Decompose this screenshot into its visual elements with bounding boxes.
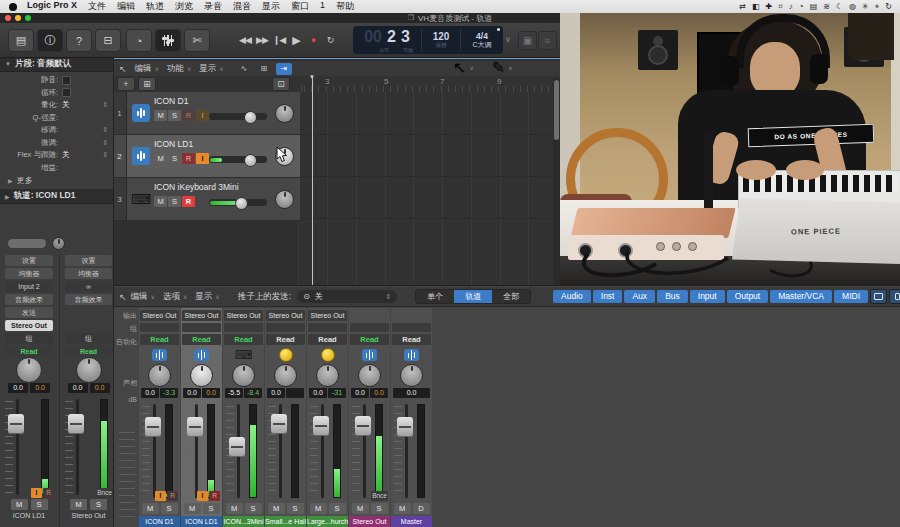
mixer-view-segment[interactable]: 轨道 [454, 290, 492, 303]
output-slot[interactable]: Stereo Out [308, 310, 347, 321]
mixer-channel-strip[interactable]: Stereo Out Read 0.0-3.3 IR MS ICON D1 [139, 308, 180, 527]
status-menu-icon[interactable]: ◔ [799, 2, 804, 12]
menu-item[interactable]: 文件 [88, 0, 106, 13]
region-inspector-header[interactable]: ▼ 片段: 音频默认 [0, 57, 113, 72]
lcd-display[interactable]: 00 2 3 小节 节拍 120 保持 4/4 C大调 [353, 26, 503, 54]
pan-knob[interactable] [274, 364, 297, 387]
play-button[interactable]: ▶ [289, 31, 303, 49]
fader-thumb[interactable] [145, 417, 161, 437]
channel-fader[interactable] [224, 401, 263, 501]
catch-playhead-icon[interactable]: ⇥ [276, 63, 292, 75]
status-menu-icon[interactable]: ▤ [810, 2, 818, 12]
volume-slider-thumb[interactable] [244, 154, 257, 167]
channel-fader[interactable]: I R [3, 396, 55, 498]
forward-button[interactable]: ▶▶ [255, 31, 269, 49]
automation-mode-button[interactable]: Read [392, 334, 431, 345]
track-inspector-header[interactable]: ▶ 轨道: ICON LD1 [0, 189, 113, 204]
status-menu-icon[interactable]: ≋ [823, 2, 830, 12]
peak-db-value[interactable]: 0.0 [370, 388, 388, 398]
status-menu-icon[interactable]: ⇄ [739, 2, 746, 12]
solo-button[interactable]: S [90, 499, 107, 510]
menu-dropdown[interactable]: 编辑∨ [131, 291, 155, 303]
peak-db-value[interactable]: 0.0 [90, 383, 110, 393]
menu-item[interactable]: 显示 [262, 0, 280, 13]
automation-mode-button[interactable]: Read [266, 334, 305, 345]
gain-slider[interactable] [8, 239, 46, 248]
menu-item[interactable]: 1 [320, 0, 325, 13]
mute-button[interactable]: M [154, 110, 167, 121]
output-slot[interactable] [392, 310, 431, 321]
automation-mode-button[interactable]: Read [182, 334, 221, 345]
mute-button[interactable]: M [268, 503, 285, 514]
peak-db-value[interactable] [286, 388, 304, 398]
mixer-channel-strip[interactable]: Read 0.0 MD Master [391, 308, 432, 527]
track-header[interactable]: 2 ICON LD1 MSRI [113, 135, 300, 178]
narrow-view-button[interactable] [889, 289, 900, 304]
pan-knob[interactable] [400, 364, 423, 387]
solo-button[interactable]: S [245, 503, 262, 514]
status-menu-icon[interactable]: ◍ [849, 2, 856, 12]
mixer-view-segment[interactable]: 单个 [416, 290, 454, 303]
solo-button[interactable]: S [329, 503, 346, 514]
stereo-format-button[interactable]: ∞ [65, 281, 112, 292]
inspector-param-row[interactable]: 静音: [0, 74, 113, 87]
volume-db-value[interactable]: -5.5 [225, 388, 243, 398]
menu-item[interactable]: 混音 [233, 0, 251, 13]
group-slot[interactable] [392, 323, 431, 332]
fader-thumb[interactable] [229, 437, 245, 457]
input-monitor-button[interactable]: I [197, 491, 208, 501]
fader-thumb[interactable] [8, 414, 24, 434]
mute-button[interactable]: M [184, 503, 201, 514]
input-monitor-button[interactable]: I [155, 491, 166, 501]
group-slot[interactable] [266, 323, 305, 332]
record-enable-button[interactable]: R [209, 491, 220, 501]
solo-button[interactable]: S [168, 196, 181, 207]
library-button[interactable]: ▤ [8, 29, 34, 52]
input-slot[interactable]: Input 2 [5, 281, 53, 292]
status-menu-icon[interactable]: ♪ [789, 2, 793, 12]
disclosure-triangle-icon[interactable]: ▶ [5, 193, 10, 200]
group-slot[interactable] [350, 323, 389, 332]
status-menu-icon[interactable]: ⌖ [875, 2, 880, 12]
group-slot[interactable] [182, 323, 221, 332]
eq-slot[interactable]: 均衡器 [65, 268, 112, 279]
inspector-param-row[interactable]: 循环: [0, 87, 113, 100]
pan-knob[interactable] [76, 357, 102, 383]
stepper-icon[interactable]: ⇕ [102, 126, 108, 134]
channel-fader[interactable]: IR [182, 401, 221, 501]
menu-dropdown[interactable]: 选项∨ [163, 291, 187, 303]
pan-knob[interactable] [148, 364, 171, 387]
status-menu-icon[interactable]: ☾ [836, 2, 843, 12]
solo-button[interactable]: S [31, 499, 48, 510]
channel-fader[interactable]: IR [140, 401, 179, 501]
inspector-button[interactable]: ⓘ [37, 29, 63, 52]
output-slot[interactable]: Stereo Out [140, 310, 179, 321]
channel-name-label[interactable]: Small...e Hall [265, 516, 306, 527]
mute-button[interactable]: M [310, 503, 327, 514]
menu-item[interactable]: 录音 [204, 0, 222, 13]
menu-dropdown[interactable]: 编辑∨ [135, 63, 159, 75]
volume-db-value[interactable]: 0.0 [141, 388, 159, 398]
input-monitor-button[interactable]: I [196, 153, 209, 164]
scrollbar-thumb[interactable] [554, 80, 559, 140]
sends-on-fader-dropdown[interactable]: ⊙ 关 ⇕ [297, 290, 397, 303]
wide-view-button[interactable] [870, 289, 887, 304]
volume-db-value[interactable]: 0.0 [393, 388, 430, 398]
output-slot[interactable]: Stereo Out [224, 310, 263, 321]
volume-db-value[interactable]: 0.0 [267, 388, 285, 398]
record-enable-button[interactable]: R [43, 488, 54, 498]
playhead[interactable] [312, 76, 313, 285]
automation-mode-button[interactable]: Read [224, 334, 263, 345]
param-value[interactable]: 关 [62, 100, 70, 110]
inspector-param-row[interactable]: Q-强度: [0, 112, 113, 125]
power-icon[interactable]: ⊙ [303, 292, 310, 301]
region-gain-controls[interactable] [6, 237, 106, 251]
cycle-button[interactable]: ↻ [323, 31, 337, 49]
channel-fader[interactable]: Bnce [63, 396, 114, 498]
track-name[interactable]: ICON D1 [154, 96, 188, 106]
menu-item[interactable]: 编辑 [117, 0, 135, 13]
fader-thumb[interactable] [187, 417, 203, 437]
vertical-scrollbar[interactable] [553, 78, 560, 285]
channel-name-label[interactable]: ICON D1 [139, 516, 180, 527]
mixer-button[interactable] [155, 29, 181, 52]
